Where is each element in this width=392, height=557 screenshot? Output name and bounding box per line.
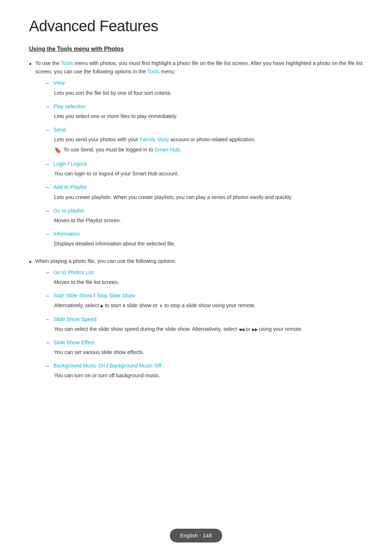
dash-symbol-8: –: [46, 268, 49, 277]
smart-hub-link: Smart Hub: [155, 147, 180, 153]
dash-label-bg-music: Background Music On / Background Music O…: [53, 362, 161, 370]
pause-icon: ⏸: [159, 304, 163, 308]
dash-symbol-2: –: [46, 102, 49, 111]
dash-label-information: Information: [53, 230, 80, 238]
playing-dash-list: – Go to Photos List Moves to the file li…: [46, 268, 363, 380]
dash-symbol-10: –: [46, 315, 49, 324]
dash-label-view: View: [53, 79, 65, 87]
tools-dash-list: – View Lets you sort the file list by on…: [46, 79, 363, 248]
dash-item-go-playlist: – Go to playlist Moves to the Playlist s…: [46, 207, 363, 225]
dash-label-send: Send: [53, 126, 66, 134]
dash-item-slideshow-toggle: – Start Slide Show / Stop Slide Show Alt…: [46, 292, 363, 310]
note-row-send: 🔖 To use Send, you must be logged in to …: [54, 146, 363, 155]
dash-label-go-photos-list: Go to Photos List: [53, 268, 94, 277]
dash-item-slideshow-effect: – Slide Show Effect You can set various …: [46, 338, 363, 357]
bullet-dot: •: [29, 58, 32, 69]
note-icon: 🔖: [54, 146, 61, 155]
play-icon: ▶: [101, 304, 103, 308]
dash-desc-view: Lets you sort the file list by one of fo…: [54, 89, 363, 97]
note-text-send: To use Send, you must be logged in to Sm…: [64, 146, 181, 154]
bullet-dot-2: •: [29, 256, 32, 267]
dash-symbol-4: –: [46, 160, 49, 168]
dash-label-go-playlist: Go to playlist: [53, 207, 84, 215]
dash-item-bg-music: – Background Music On / Background Music…: [46, 362, 363, 380]
dash-desc-slideshow-speed: You can select the slide show speed duri…: [54, 325, 363, 333]
dash-symbol-7: –: [46, 230, 49, 238]
dash-item-send: – Send Lets you send your photos with yo…: [46, 126, 363, 155]
dash-label-login-logout: Login / Logout: [53, 160, 87, 168]
family-story-link: Family Story: [140, 137, 169, 142]
rewind-icon: ◀◀: [238, 327, 244, 332]
dash-desc-slideshow-toggle: Alternatively, select ▶ to start a slide…: [54, 301, 363, 310]
bullet-2-intro: When playing a photo file, you can use t…: [35, 258, 176, 264]
dash-desc-information: Displays detailed information about the …: [54, 240, 363, 248]
dash-desc-slideshow-effect: You can set various slide show effects.: [54, 348, 363, 357]
main-bullet-list: • To use the Tools menu with photos, you…: [29, 59, 363, 385]
dash-symbol-9: –: [46, 292, 49, 300]
tools-link-1: Tools: [61, 60, 73, 66]
dash-item-add-playlist: – Add to Playlist Lets you create playli…: [46, 183, 363, 201]
bullet-item-playing: • When playing a photo file, you can use…: [29, 257, 363, 385]
dash-item-play-selection: – Play selection Lets you select one or …: [46, 102, 363, 121]
dash-item-view: – View Lets you sort the file list by on…: [46, 79, 363, 97]
dash-desc-bg-music: You can turn on or turn off background m…: [54, 371, 363, 380]
dash-symbol-5: –: [46, 183, 49, 191]
dash-desc-add-playlist: Lets you create playlists. When you crea…: [54, 193, 363, 202]
dash-desc-login-logout: You can login to or logout of your Smart…: [54, 170, 363, 178]
dash-label-slideshow-effect: Slide Show Effect: [53, 338, 94, 347]
dash-label-play-selection: Play selection: [53, 102, 86, 111]
dash-item-slideshow-speed: – Slide Show Speed You can select the sl…: [46, 315, 363, 333]
bullet-text-tools: To use the Tools menu with photos, you m…: [35, 59, 363, 253]
dash-desc-go-playlist: Moves to the Playlist screen.: [54, 216, 363, 225]
bullet-text-playing: When playing a photo file, you can use t…: [35, 257, 363, 385]
dash-item-go-photos-list: – Go to Photos List Moves to the file li…: [46, 268, 363, 286]
dash-label-slideshow-speed: Slide Show Speed: [53, 315, 97, 324]
footer-badge: English - 148: [170, 529, 222, 543]
page-title: Advanced Features: [29, 15, 363, 37]
dash-label-add-playlist: Add to Playlist: [53, 183, 87, 191]
dash-symbol-3: –: [46, 126, 49, 134]
dash-symbol-12: –: [46, 362, 49, 370]
bullet-item-tools: • To use the Tools menu with photos, you…: [29, 59, 363, 253]
tools-link-2: Tools: [147, 69, 159, 74]
footer-container: English - 148: [0, 529, 392, 543]
dash-symbol: –: [46, 79, 49, 87]
dash-symbol-6: –: [46, 207, 49, 215]
dash-label-slideshow-toggle: Start Slide Show / Stop Slide Show: [53, 292, 135, 300]
dash-symbol-11: –: [46, 338, 49, 347]
dash-desc-play-selection: Lets you select one or more files to pla…: [54, 112, 363, 121]
dash-desc-go-photos-list: Moves to the file list screen.: [54, 278, 363, 286]
dash-item-information: – Information Displays detailed informat…: [46, 230, 363, 248]
dash-item-login-logout: – Login / Logout You can login to or log…: [46, 160, 363, 178]
section-heading: Using the Tools menu with Photos: [29, 45, 363, 53]
fast-forward-icon: ▶▶: [252, 327, 258, 332]
bullet-intro-text: To use the: [35, 60, 61, 66]
dash-desc-send: Lets you send your photos with your Fami…: [54, 135, 363, 144]
